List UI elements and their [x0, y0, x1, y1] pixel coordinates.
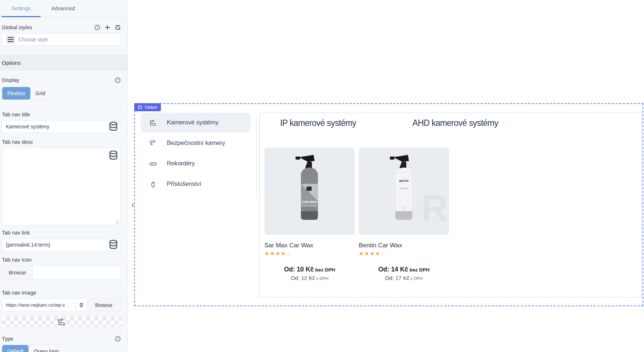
product-image[interactable]: R BENTIN CAR WAX 20 ML — [359, 147, 449, 235]
section-divider — [2, 331, 121, 332]
tab-nav-icon-field[interactable] — [33, 266, 120, 279]
tab-nav-desc-textarea[interactable] — [2, 148, 121, 225]
svg-text:CAR WAX: CAR WAX — [302, 200, 317, 204]
style-list-icon — [6, 35, 15, 44]
choose-style-field[interactable] — [18, 37, 118, 42]
type-query-loop-button[interactable]: Query loop — [29, 345, 64, 352]
price-excl-vat: Od: 10 Kč — [284, 266, 314, 273]
svg-text:20 ML: 20 ML — [402, 207, 406, 209]
product-prices: Od: 10 Kč bez DPH Od: 12 Kč s DPH — [264, 266, 355, 281]
tabber-block-badge[interactable]: Tabber — [134, 103, 161, 111]
category-heading-ip: IP kamerové systémy — [280, 118, 356, 128]
star-filled-icons: ★★★★ — [359, 250, 381, 256]
icon-browse-button[interactable]: Browse — [2, 266, 33, 279]
tab-item-label: Kamerové systémy — [167, 119, 218, 126]
editor-canvas: ‹ Tabber Kamerové — [128, 0, 644, 352]
tabber-nav-item-rekordery[interactable]: Rekordéry — [141, 154, 251, 173]
svg-text:BENTIN: BENTIN — [399, 180, 408, 182]
star-empty-icon: ☆ — [381, 250, 386, 256]
sidebar-tabbar: Settings Advanced — [0, 0, 128, 17]
help-icon[interactable]: ? — [94, 24, 100, 30]
product-card[interactable]: CAR WAX PROTECTIVE SHINE Sar Max Car Wax… — [264, 147, 355, 281]
product-title[interactable]: Sar Max Car Wax — [264, 242, 355, 249]
star-empty-icon: ☆ — [286, 250, 292, 256]
add-style-icon[interactable] — [104, 24, 110, 30]
product-card[interactable]: R BENTIN CAR WAX 20 ML — [359, 147, 449, 281]
product-prices: Od: 14 Kč bez DPH Od: 17 Kč s DPH — [359, 266, 449, 281]
svg-text:?: ? — [117, 78, 118, 82]
tab-nav-link-label: Tab nav link — [2, 230, 121, 236]
tab-nav-image-url-field[interactable] — [6, 302, 74, 308]
display-flexbox-button[interactable]: Flexbox — [2, 87, 30, 100]
paste-styles-icon[interactable] — [114, 24, 121, 30]
tab-nav-title-input[interactable] — [2, 120, 121, 133]
camera-system-icon — [57, 317, 67, 327]
cctv-camera-icon — [149, 139, 157, 147]
star-filled-icons: ★★★★ — [264, 250, 286, 256]
tab-icon — [138, 105, 142, 109]
tabber-content-area[interactable]: IP kamerové systémy AHD kamerové systémy — [259, 113, 642, 297]
price-incl-vat: Od: 12 Kč — [291, 275, 315, 281]
resize-handle-icon[interactable] — [116, 220, 119, 224]
product-image[interactable]: CAR WAX PROTECTIVE SHINE — [264, 147, 355, 235]
tabber-nav: Kamerové systémy Bezpečnostní kamery — [141, 113, 251, 194]
spray-bottle-image: CAR WAX PROTECTIVE SHINE — [290, 153, 329, 226]
display-help-icon[interactable]: ? — [114, 77, 121, 83]
tab-nav-image-label: Tab nav image — [2, 290, 121, 296]
price-excl-vat-suffix: bez DPH — [408, 267, 430, 273]
price-excl-vat-suffix: bez DPH — [314, 267, 335, 273]
trash-icon[interactable] — [76, 299, 87, 311]
type-label: Type — [2, 336, 13, 342]
dynamic-data-icon[interactable] — [109, 240, 118, 250]
settings-sidebar: Settings Advanced Global styles ? — [0, 0, 128, 352]
section-divider — [2, 106, 121, 106]
category-heading-ahd: AHD kamerové systémy — [413, 118, 498, 128]
section-divider — [2, 285, 121, 285]
tab-nav-title-field[interactable] — [6, 124, 109, 130]
tab-nav-icon-input: Browse — [2, 266, 121, 280]
chevron-left-icon: ‹ — [131, 200, 134, 210]
tab-nav-link-input[interactable] — [2, 239, 121, 251]
dynamic-data-icon[interactable] — [109, 122, 118, 131]
svg-text:?: ? — [96, 26, 98, 29]
product-title[interactable]: Bentin Car Wax — [359, 242, 449, 249]
options-section-header: Options — [0, 55, 128, 71]
price-incl-vat-suffix: s DPH — [315, 276, 328, 281]
tab-item-label: Příslušenství — [167, 180, 202, 188]
svg-text:PROTECTIVE SHINE: PROTECTIVE SHINE — [303, 205, 316, 206]
product-grid: CAR WAX PROTECTIVE SHINE Sar Max Car Wax… — [264, 147, 449, 281]
tab-advanced[interactable]: Advanced — [42, 0, 84, 17]
display-grid-button[interactable]: Grid — [30, 87, 50, 100]
price-incl-vat-suffix: s DPH — [410, 276, 423, 281]
choose-style-input[interactable] — [2, 33, 121, 46]
type-help-icon[interactable]: ? — [114, 336, 121, 342]
tabber-nav-item-bezpecnostni-kamery[interactable]: Bezpečnostní kamery — [141, 133, 251, 153]
tabber-nav-item-kamerove-systemy[interactable]: Kamerové systémy — [141, 113, 251, 132]
tabber-badge-label: Tabber — [144, 105, 157, 109]
background-watermark: R — [421, 190, 445, 226]
price-excl-vat: Od: 14 Kč — [378, 266, 408, 273]
camera-system-icon — [149, 119, 157, 127]
global-styles-label: Global styles — [2, 25, 32, 30]
tab-settings-label: Settings — [11, 5, 30, 11]
product-rating: ★★★★☆ — [264, 250, 355, 257]
category-headings: IP kamerové systémy AHD kamerové systémy — [260, 118, 534, 128]
recorder-icon — [149, 160, 157, 168]
svg-text:CAR WAX: CAR WAX — [399, 187, 408, 190]
tabber-nav-item-prislusenstvi[interactable]: Příslušenství — [141, 174, 251, 194]
dynamic-data-icon[interactable] — [109, 151, 118, 160]
product-rating: ★★★★☆ — [359, 250, 449, 257]
app-root: Settings Advanced Global styles ? — [0, 0, 644, 352]
tab-nav-desc-label: Tab nav desc — [2, 139, 121, 145]
display-mode-toggle: Flexbox Grid — [2, 87, 50, 100]
tab-item-label: Bezpečnostní kamery — [167, 139, 225, 147]
type-default-button[interactable]: Default — [2, 345, 29, 352]
tab-item-label: Rekordéry — [167, 160, 195, 167]
price-incl-vat: Od: 17 Kč — [385, 275, 410, 281]
image-browse-button[interactable]: Browse — [87, 299, 121, 311]
nav-content-divider — [256, 116, 257, 196]
tab-settings[interactable]: Settings — [0, 0, 42, 17]
tab-nav-image-preview[interactable] — [2, 317, 121, 327]
tabber-block[interactable]: Tabber Kamerové systémy — [134, 103, 643, 306]
tab-nav-link-field[interactable] — [6, 242, 109, 248]
